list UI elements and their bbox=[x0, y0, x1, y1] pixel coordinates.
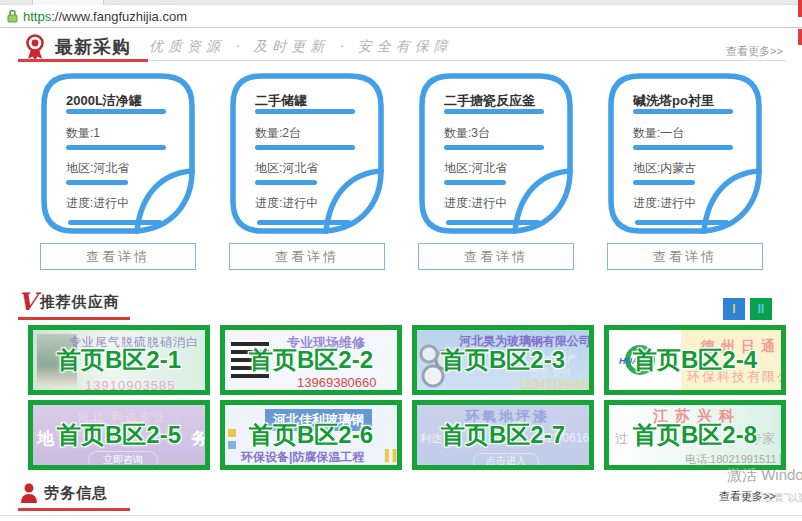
card-divider bbox=[444, 109, 544, 114]
page: https://www.fangfuzhijia.com 最新采购 优质资源 ·… bbox=[0, 0, 802, 521]
card-progress: 进度:进行中 bbox=[255, 195, 318, 212]
procurement-card[interactable]: 二手储罐 数量:2台 地区:河北省 进度:进行中 bbox=[229, 72, 385, 235]
procurement-underline bbox=[148, 60, 786, 61]
card-divider bbox=[633, 109, 733, 114]
ad-slot-label: 首页B区2-7 bbox=[417, 405, 589, 465]
procurement-card[interactable]: 碱洗塔po衬里 数量:一台 地区:内蒙古 进度:进行中 bbox=[607, 72, 763, 235]
card-divider bbox=[444, 180, 506, 185]
card-divider bbox=[444, 145, 544, 150]
procurement-underline-accent bbox=[18, 59, 148, 62]
card-progress: 进度:进行中 bbox=[633, 195, 696, 212]
card-divider bbox=[633, 145, 733, 150]
padlock-icon bbox=[7, 9, 18, 23]
view-details-button[interactable]: 查看详情 bbox=[229, 243, 385, 270]
labor-view-more-link[interactable]: 查看更多>> bbox=[719, 489, 776, 504]
card-divider bbox=[255, 145, 355, 150]
ad-slot-label: 首页B区2-4 bbox=[609, 330, 781, 390]
card-divider bbox=[66, 180, 128, 185]
supplier-ad-banner[interactable]: 环氧地坪漆 利达 512 0616 点击进入 首页B区2-7 bbox=[412, 400, 594, 470]
address-bar[interactable]: https://www.fangfuzhijia.com bbox=[0, 5, 802, 28]
supplier-ad-banner[interactable]: 河北昊为玻璃钢有限公司 专业生产 管道 管件 15343189388 首页B区2… bbox=[412, 325, 594, 395]
card-quantity: 数量:2台 bbox=[255, 125, 301, 142]
card-divider bbox=[255, 180, 317, 185]
supplier-pager-button-1[interactable]: I bbox=[723, 298, 745, 320]
view-details-button[interactable]: 查看详情 bbox=[418, 243, 574, 270]
suppliers-section-header: V 推荐供应商 bbox=[18, 288, 120, 316]
card-quantity: 数量:3台 bbox=[444, 125, 490, 142]
card-title: 二手储罐 bbox=[255, 92, 307, 110]
ad-slot-label: 首页B区2-6 bbox=[225, 405, 397, 465]
labor-section-header: 劳务信息 bbox=[20, 481, 108, 505]
supplier-ad-banner[interactable]: HUAG 德州日通 环保科技有限公司 首页B区2-4 bbox=[604, 325, 786, 395]
supplier-ad-banner[interactable]: 江苏兴科 过 专家 电话:18021991511 陈 首页B区2-8 bbox=[604, 400, 786, 470]
card-region: 地区:河北省 bbox=[66, 160, 129, 177]
ad-slot-label: 首页B区2-3 bbox=[417, 330, 589, 390]
card-divider bbox=[633, 180, 695, 185]
procurement-card[interactable]: 二手搪瓷反应釜 数量:3台 地区:河北省 进度:进行中 bbox=[418, 72, 574, 235]
card-divider bbox=[255, 109, 355, 114]
procurement-view-more-link[interactable]: 查看更多>> bbox=[726, 44, 783, 59]
card-title: 2000L洁净罐 bbox=[66, 92, 142, 110]
card-progress: 进度:进行中 bbox=[66, 195, 129, 212]
section-divider bbox=[0, 515, 802, 516]
card-divider bbox=[257, 220, 351, 225]
card-quantity: 数量:1 bbox=[66, 125, 100, 142]
card-divider bbox=[66, 145, 166, 150]
ad-slot-label: 首页B区2-2 bbox=[225, 330, 397, 390]
ad-slot-label: 首页B区2-5 bbox=[33, 405, 205, 465]
card-quantity: 数量:一台 bbox=[633, 125, 684, 142]
procurement-tagline: 优质资源 · 及时更新 · 安全有保障 bbox=[149, 38, 453, 56]
card-region: 地区:河北省 bbox=[255, 160, 318, 177]
ad-slot-label: 首页B区2-1 bbox=[33, 330, 205, 390]
supplier-ad-banner[interactable]: 专业尾气脱硫脱硝消白 13910903585 首页B区2-1 bbox=[28, 325, 210, 395]
card-title: 碱洗塔po衬里 bbox=[633, 92, 714, 110]
suppliers-title: 推荐供应商 bbox=[40, 293, 120, 312]
procurement-title: 最新采购 bbox=[55, 35, 131, 59]
right-edge-red-strip bbox=[798, 29, 802, 45]
view-details-button[interactable]: 查看详情 bbox=[40, 243, 196, 270]
card-progress: 进度:进行中 bbox=[444, 195, 507, 212]
suppliers-underline-accent bbox=[18, 317, 130, 320]
person-icon bbox=[20, 483, 38, 503]
card-divider bbox=[635, 220, 729, 225]
card-divider bbox=[446, 220, 540, 225]
labor-underline-accent bbox=[18, 508, 130, 511]
windows-activation-watermark: 激活 Windows bbox=[727, 466, 802, 485]
medal-icon bbox=[24, 34, 46, 60]
supplier-pager-button-2[interactable]: II bbox=[750, 298, 772, 320]
procurement-card[interactable]: 2000L洁净罐 数量:1 地区:河北省 进度:进行中 bbox=[40, 72, 196, 235]
card-divider bbox=[68, 220, 162, 225]
right-edge-red-strip bbox=[798, 0, 802, 17]
v-check-icon: V bbox=[18, 290, 37, 314]
card-region: 地区:河北省 bbox=[444, 160, 507, 177]
view-details-button[interactable]: 查看详情 bbox=[607, 243, 763, 270]
card-title: 二手搪瓷反应釜 bbox=[444, 92, 535, 110]
ad-slot-label: 首页B区2-8 bbox=[609, 405, 781, 465]
card-divider bbox=[66, 109, 166, 114]
labor-title: 劳务信息 bbox=[44, 484, 108, 503]
supplier-ad-banner[interactable]: 专业现场维修 13969380660 首页B区2-2 bbox=[220, 325, 402, 395]
card-region: 地区:内蒙古 bbox=[633, 160, 696, 177]
url-text[interactable]: https://www.fangfuzhijia.com bbox=[23, 9, 187, 24]
supplier-ad-banner[interactable]: 河北佳利玻璃钢 环保设备|防腐保温工程 ▌▌▌ 首页B区2-6 bbox=[220, 400, 402, 470]
supplier-ad-banner[interactable]: 河北·利达实业 地 务 立即咨询 首页B区2-5 bbox=[28, 400, 210, 470]
procurement-section-header: 最新采购 优质资源 · 及时更新 · 安全有保障 bbox=[24, 34, 453, 60]
